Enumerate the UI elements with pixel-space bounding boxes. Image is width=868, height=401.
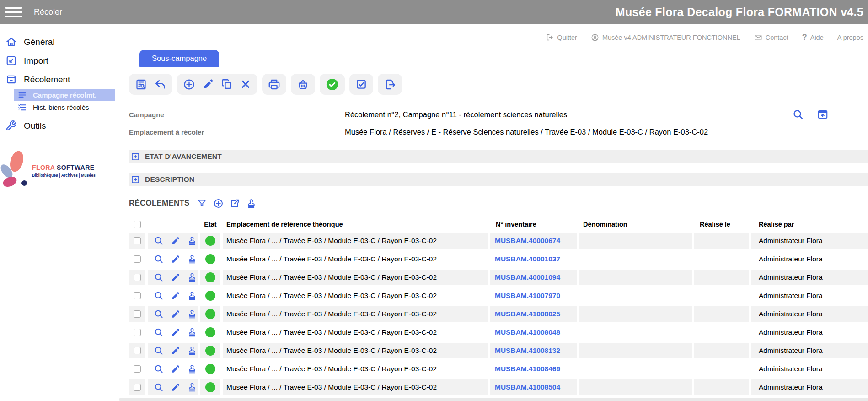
stamp-button[interactable]: [246, 198, 257, 209]
row-edit-button[interactable]: [171, 255, 180, 264]
row-view-button[interactable]: [154, 382, 164, 392]
fields: Campagne Récolement n°2, Campagne n°11 -…: [129, 106, 868, 141]
open-external-button[interactable]: [230, 198, 240, 209]
row-view-button[interactable]: [154, 346, 164, 356]
filter-button[interactable]: [197, 198, 207, 209]
row-stamp-button[interactable]: [187, 364, 197, 374]
main-content: Quitter Musée v4 ADMINISTRATEUR FONCTION…: [115, 24, 868, 401]
row-stamp-button[interactable]: [187, 291, 197, 301]
sidebar-item-campagne-recolmt[interactable]: Campagne récolmt.: [14, 89, 115, 101]
row-view-button[interactable]: [154, 364, 164, 374]
inventory-number-link[interactable]: MUSBAM.40000674: [495, 237, 560, 245]
import-icon: [5, 55, 17, 66]
select-all-checkbox[interactable]: [134, 221, 141, 228]
row-edit-button[interactable]: [171, 364, 180, 374]
inventory-number-link[interactable]: MUSBAM.41008469: [495, 365, 560, 373]
row-checkbox[interactable]: [134, 274, 141, 281]
sidebar-item-label: Import: [24, 56, 48, 66]
export-button[interactable]: [384, 78, 396, 91]
row-checkbox[interactable]: [134, 310, 141, 318]
expand-plus-icon[interactable]: [131, 152, 140, 161]
inventory-number-link[interactable]: MUSBAM.41008132: [495, 347, 560, 355]
inventory-number-link[interactable]: MUSBAM.40001094: [495, 273, 560, 282]
expand-plus-icon[interactable]: [131, 175, 140, 184]
section-etat-avancement[interactable]: ETAT D'AVANCEMENT: [129, 150, 868, 163]
row-checkbox[interactable]: [134, 329, 141, 336]
section-description[interactable]: DESCRIPTION: [129, 173, 868, 186]
row-edit-button[interactable]: [171, 328, 180, 337]
pencil-icon: [171, 364, 180, 374]
sidebar-item-outils[interactable]: Outils: [0, 116, 115, 135]
campagne-label: Campagne: [129, 111, 345, 119]
row-stamp-button[interactable]: [187, 309, 197, 319]
tab-sous-campagne[interactable]: Sous-campagne: [139, 50, 219, 67]
sidebar-item-hist-biens-recoles[interactable]: Hist. biens récolés: [0, 101, 115, 114]
row-edit-button[interactable]: [171, 346, 180, 356]
row-edit-button[interactable]: [171, 273, 180, 282]
add-recolement-button[interactable]: [213, 198, 224, 209]
row-edit-button[interactable]: [171, 236, 180, 246]
inventory-number-link[interactable]: MUSBAM.41008048: [495, 328, 560, 336]
row-stamp-button[interactable]: [187, 272, 197, 282]
row-checkbox[interactable]: [134, 255, 141, 263]
row-checkbox[interactable]: [134, 384, 141, 391]
row-stamp-button[interactable]: [187, 346, 197, 356]
row-view-button[interactable]: [154, 254, 164, 264]
row-view-button[interactable]: [154, 327, 164, 337]
row-edit-button[interactable]: [171, 383, 180, 392]
row-view-button[interactable]: [154, 291, 164, 301]
basket-button[interactable]: [297, 78, 309, 91]
help-link[interactable]: ? Aide: [802, 33, 824, 42]
pencil-icon: [171, 255, 180, 264]
hamburger-menu-icon[interactable]: [5, 7, 22, 18]
checkbox-check-icon: [355, 78, 367, 90]
inventory-number-link[interactable]: MUSBAM.40001037: [495, 255, 560, 263]
section-title: ETAT D'AVANCEMENT: [145, 152, 222, 161]
pencil-icon: [171, 383, 180, 392]
row-stamp-button[interactable]: [187, 254, 197, 264]
add-button[interactable]: [183, 78, 195, 91]
sidebar-item-general[interactable]: Général: [0, 33, 115, 51]
edit-button[interactable]: [202, 78, 214, 90]
list-search-button[interactable]: [135, 78, 147, 91]
magnifier-icon: [154, 346, 164, 356]
row-stamp-button[interactable]: [187, 327, 197, 337]
row-checkbox[interactable]: [134, 347, 141, 354]
campagne-search-button[interactable]: [792, 108, 804, 120]
row-stamp-button[interactable]: [187, 236, 197, 246]
cell-realise-par: Administrateur Flora: [751, 233, 868, 249]
user-icon: [591, 33, 599, 42]
about-link[interactable]: A propos: [837, 34, 863, 41]
undo-button[interactable]: [154, 78, 166, 91]
campagne-open-button[interactable]: [817, 108, 829, 120]
row-checkbox[interactable]: [134, 365, 141, 373]
row-edit-button[interactable]: [171, 309, 180, 319]
sidebar-item-import[interactable]: Import: [0, 51, 115, 70]
contact-link[interactable]: Contact: [754, 33, 788, 42]
sidebar-subitem-label: Hist. biens récolés: [33, 103, 89, 111]
inventory-number-link[interactable]: MUSBAM.41008025: [495, 310, 560, 318]
sidebar: Général Import Récolement Campagne récol…: [0, 24, 115, 401]
validate-button[interactable]: [326, 78, 339, 91]
row-view-button[interactable]: [154, 309, 164, 319]
print-button[interactable]: [268, 78, 280, 91]
actions-column-header: [148, 218, 198, 230]
row-checkbox[interactable]: [134, 237, 141, 244]
sidebar-item-label: Outils: [24, 121, 46, 131]
inventory-number-link[interactable]: MUSBAM.41008504: [495, 383, 560, 391]
row-view-button[interactable]: [154, 272, 164, 282]
row-checkbox[interactable]: [134, 292, 141, 299]
row-edit-button[interactable]: [171, 291, 180, 301]
flora-software-logo: FLORA SOFTWARE Bibliothèques | Archives …: [0, 150, 115, 192]
row-view-button[interactable]: [154, 236, 164, 246]
sidebar-item-label: Récolement: [24, 75, 70, 85]
current-user[interactable]: Musée v4 ADMINISTRATEUR FONCTIONNEL: [591, 33, 740, 42]
row-stamp-button[interactable]: [187, 382, 197, 392]
horizontal-scrollbar[interactable]: [119, 398, 868, 401]
inventory-number-link[interactable]: MUSBAM.41007970: [495, 292, 560, 300]
sidebar-item-recolement[interactable]: Récolement: [0, 70, 115, 89]
check-select-button[interactable]: [355, 78, 367, 90]
quit-link[interactable]: Quitter: [546, 33, 577, 41]
delete-button[interactable]: [240, 78, 252, 90]
copy-button[interactable]: [221, 78, 233, 90]
